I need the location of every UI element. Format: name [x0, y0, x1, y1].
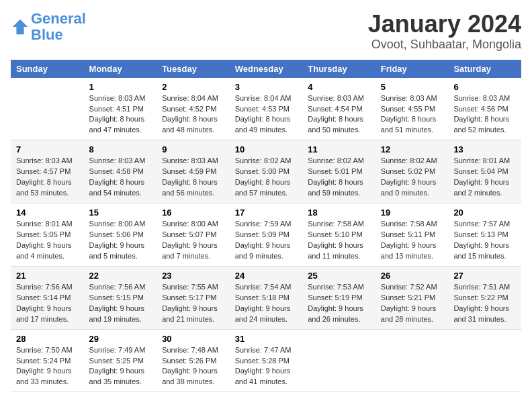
calendar-week-2: 7 Sunrise: 8:03 AMSunset: 4:57 PMDayligh…	[11, 140, 521, 203]
page-header: General Blue January 2024 Ovoot, Suhbaat…	[11, 11, 521, 52]
day-info: Sunrise: 8:00 AMSunset: 5:07 PMDaylight:…	[162, 219, 224, 262]
calendar-cell: 18 Sunrise: 7:58 AMSunset: 5:10 PMDaylig…	[302, 203, 375, 267]
day-number: 25	[308, 271, 370, 281]
day-number: 31	[235, 334, 298, 344]
day-info: Sunrise: 7:58 AMSunset: 5:11 PMDaylight:…	[381, 219, 443, 262]
header-row: Sunday Monday Tuesday Wednesday Thursday…	[11, 60, 521, 78]
day-info: Sunrise: 8:01 AMSunset: 5:05 PMDaylight:…	[16, 219, 79, 262]
day-number: 9	[162, 144, 224, 154]
calendar-cell: 20 Sunrise: 7:57 AMSunset: 5:13 PMDaylig…	[448, 203, 521, 267]
header-friday: Friday	[375, 60, 449, 78]
header-wednesday: Wednesday	[230, 60, 303, 78]
header-monday: Monday	[84, 60, 157, 78]
day-info: Sunrise: 7:54 AMSunset: 5:18 PMDaylight:…	[235, 282, 298, 325]
day-number: 10	[235, 144, 298, 154]
calendar-week-4: 21 Sunrise: 7:56 AMSunset: 5:14 PMDaylig…	[11, 266, 521, 329]
day-number: 1	[89, 82, 152, 92]
calendar-cell	[375, 329, 449, 392]
calendar-cell	[11, 78, 84, 140]
day-info: Sunrise: 8:03 AMSunset: 4:57 PMDaylight:…	[16, 156, 79, 199]
day-number: 19	[381, 208, 443, 218]
day-number: 24	[235, 271, 298, 281]
day-number: 20	[453, 208, 516, 218]
day-number: 22	[89, 271, 152, 281]
calendar-week-3: 14 Sunrise: 8:01 AMSunset: 5:05 PMDaylig…	[11, 203, 521, 267]
day-info: Sunrise: 7:58 AMSunset: 5:10 PMDaylight:…	[308, 219, 370, 262]
calendar-cell	[302, 329, 375, 392]
day-info: Sunrise: 7:55 AMSunset: 5:17 PMDaylight:…	[162, 282, 224, 325]
day-number: 28	[16, 334, 79, 344]
calendar-cell: 30 Sunrise: 7:48 AMSunset: 5:26 PMDaylig…	[157, 329, 230, 392]
calendar-cell: 10 Sunrise: 8:02 AMSunset: 5:00 PMDaylig…	[230, 140, 303, 203]
day-info: Sunrise: 8:02 AMSunset: 5:02 PMDaylight:…	[381, 156, 443, 199]
day-number: 5	[381, 82, 443, 92]
day-number: 30	[162, 334, 224, 344]
calendar-week-1: 1 Sunrise: 8:03 AMSunset: 4:51 PMDayligh…	[11, 78, 521, 140]
logo-icon	[11, 17, 30, 36]
calendar-table: Sunday Monday Tuesday Wednesday Thursday…	[11, 60, 521, 393]
calendar-cell: 22 Sunrise: 7:56 AMSunset: 5:15 PMDaylig…	[84, 266, 157, 329]
calendar-cell: 28 Sunrise: 7:50 AMSunset: 5:24 PMDaylig…	[11, 329, 84, 392]
calendar-cell: 6 Sunrise: 8:03 AMSunset: 4:56 PMDayligh…	[448, 78, 521, 140]
day-info: Sunrise: 8:00 AMSunset: 5:06 PMDaylight:…	[89, 219, 152, 262]
calendar-cell: 25 Sunrise: 7:53 AMSunset: 5:19 PMDaylig…	[302, 266, 375, 329]
day-info: Sunrise: 7:50 AMSunset: 5:24 PMDaylight:…	[16, 345, 79, 388]
calendar-cell: 9 Sunrise: 8:03 AMSunset: 4:59 PMDayligh…	[157, 140, 230, 203]
calendar-cell: 23 Sunrise: 7:55 AMSunset: 5:17 PMDaylig…	[157, 266, 230, 329]
calendar-cell: 7 Sunrise: 8:03 AMSunset: 4:57 PMDayligh…	[11, 140, 84, 203]
calendar-cell: 2 Sunrise: 8:04 AMSunset: 4:52 PMDayligh…	[157, 78, 230, 140]
calendar-cell	[448, 329, 521, 392]
day-number: 26	[381, 271, 443, 281]
calendar-cell: 27 Sunrise: 7:51 AMSunset: 5:22 PMDaylig…	[448, 266, 521, 329]
day-info: Sunrise: 7:53 AMSunset: 5:19 PMDaylight:…	[308, 282, 370, 325]
header-sunday: Sunday	[11, 60, 84, 78]
calendar-cell: 24 Sunrise: 7:54 AMSunset: 5:18 PMDaylig…	[230, 266, 303, 329]
calendar-cell: 19 Sunrise: 7:58 AMSunset: 5:11 PMDaylig…	[375, 203, 449, 267]
day-number: 13	[453, 144, 516, 154]
calendar-cell: 5 Sunrise: 8:03 AMSunset: 4:55 PMDayligh…	[375, 78, 449, 140]
day-info: Sunrise: 7:59 AMSunset: 5:09 PMDaylight:…	[235, 219, 298, 262]
day-info: Sunrise: 8:04 AMSunset: 4:52 PMDaylight:…	[162, 93, 224, 136]
day-number: 7	[16, 144, 79, 154]
day-info: Sunrise: 7:57 AMSunset: 5:13 PMDaylight:…	[453, 219, 516, 262]
day-number: 29	[89, 334, 152, 344]
calendar-subtitle: Ovoot, Suhbaatar, Mongolia	[368, 38, 521, 52]
calendar-cell: 14 Sunrise: 8:01 AMSunset: 5:05 PMDaylig…	[11, 203, 84, 267]
day-number: 16	[162, 208, 224, 218]
day-info: Sunrise: 8:03 AMSunset: 4:54 PMDaylight:…	[308, 93, 370, 136]
day-info: Sunrise: 7:56 AMSunset: 5:15 PMDaylight:…	[89, 282, 152, 325]
svg-marker-0	[13, 19, 28, 34]
logo-text: General Blue	[31, 11, 86, 43]
day-number: 18	[308, 208, 370, 218]
day-number: 21	[16, 271, 79, 281]
calendar-cell: 3 Sunrise: 8:04 AMSunset: 4:53 PMDayligh…	[230, 78, 303, 140]
day-info: Sunrise: 7:49 AMSunset: 5:25 PMDaylight:…	[89, 345, 152, 388]
day-info: Sunrise: 7:56 AMSunset: 5:14 PMDaylight:…	[16, 282, 79, 325]
day-info: Sunrise: 8:03 AMSunset: 4:55 PMDaylight:…	[381, 93, 443, 136]
day-info: Sunrise: 8:04 AMSunset: 4:53 PMDaylight:…	[235, 93, 298, 136]
day-number: 3	[235, 82, 298, 92]
day-number: 14	[16, 208, 79, 218]
day-number: 15	[89, 208, 152, 218]
calendar-cell: 13 Sunrise: 8:01 AMSunset: 5:04 PMDaylig…	[448, 140, 521, 203]
calendar-cell: 8 Sunrise: 8:03 AMSunset: 4:58 PMDayligh…	[84, 140, 157, 203]
day-number: 23	[162, 271, 224, 281]
calendar-cell: 15 Sunrise: 8:00 AMSunset: 5:06 PMDaylig…	[84, 203, 157, 267]
day-info: Sunrise: 7:48 AMSunset: 5:26 PMDaylight:…	[162, 345, 224, 388]
day-number: 17	[235, 208, 298, 218]
day-number: 2	[162, 82, 224, 92]
day-info: Sunrise: 8:03 AMSunset: 4:56 PMDaylight:…	[453, 93, 516, 136]
day-info: Sunrise: 7:47 AMSunset: 5:28 PMDaylight:…	[235, 345, 298, 388]
calendar-cell: 16 Sunrise: 8:00 AMSunset: 5:07 PMDaylig…	[157, 203, 230, 267]
header-tuesday: Tuesday	[157, 60, 230, 78]
day-info: Sunrise: 8:01 AMSunset: 5:04 PMDaylight:…	[453, 156, 516, 199]
calendar-cell: 4 Sunrise: 8:03 AMSunset: 4:54 PMDayligh…	[302, 78, 375, 140]
day-info: Sunrise: 8:03 AMSunset: 4:58 PMDaylight:…	[89, 156, 152, 199]
day-info: Sunrise: 8:03 AMSunset: 4:59 PMDaylight:…	[162, 156, 224, 199]
day-number: 8	[89, 144, 152, 154]
calendar-cell: 26 Sunrise: 7:52 AMSunset: 5:21 PMDaylig…	[375, 266, 449, 329]
calendar-cell: 21 Sunrise: 7:56 AMSunset: 5:14 PMDaylig…	[11, 266, 84, 329]
calendar-cell: 1 Sunrise: 8:03 AMSunset: 4:51 PMDayligh…	[84, 78, 157, 140]
calendar-title: January 2024	[368, 11, 521, 38]
logo: General Blue	[11, 11, 86, 43]
